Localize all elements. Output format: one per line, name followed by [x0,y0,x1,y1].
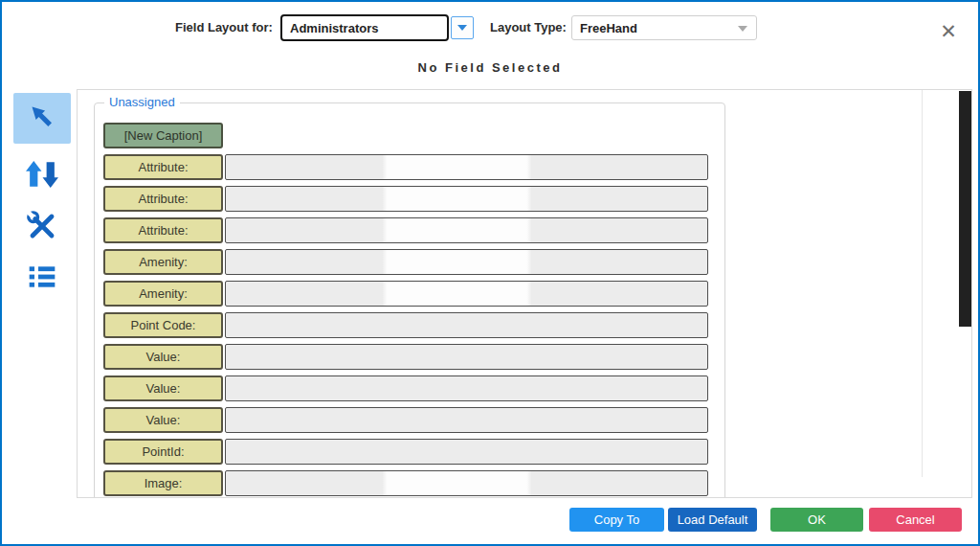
tools-tool-button[interactable] [13,205,71,249]
field-row: Value: [103,344,708,370]
field-layout-for-combobox[interactable]: Administrators [280,14,449,41]
field-row: Attribute: [103,217,708,243]
layout-type-label: Layout Type: [490,20,567,34]
canvas-right-edge [922,90,923,477]
field-row: Attribute: [103,186,708,212]
unassigned-group-label: Unassigned [104,95,180,109]
layout-type-combobox[interactable]: FreeHand [571,15,757,40]
field-caption-button[interactable]: Point Code: [103,312,223,338]
field-row: Amenity: [103,281,708,307]
layout-type-value: FreeHand [580,21,637,35]
field-placeholder-bar[interactable] [225,439,708,465]
chevron-down-icon [738,26,747,32]
cancel-button[interactable]: Cancel [869,508,962,532]
unassigned-rows: Attribute: Attribute: Attribute: Amenity… [103,154,708,498]
layout-canvas-panel: Unassigned [New Caption] Attribute: Attr… [77,89,972,498]
field-caption-button[interactable]: Image: [103,470,223,496]
ok-button[interactable]: OK [770,508,863,532]
field-placeholder-bar[interactable] [225,470,708,496]
field-layout-for-value: Administrators [290,21,378,35]
copy-to-button[interactable]: Copy To [569,508,664,532]
field-placeholder-bar[interactable] [225,217,708,243]
field-row: Value: [103,375,708,401]
no-field-selected-text: No Field Selected [2,60,978,75]
field-caption-button[interactable]: Attribute: [103,217,223,243]
field-placeholder-bar[interactable] [225,344,708,370]
select-tool-button[interactable] [13,93,71,144]
field-caption-button[interactable]: Value: [103,344,223,370]
field-placeholder-bar[interactable] [225,154,708,180]
new-caption-button[interactable]: [New Caption] [103,123,223,148]
field-placeholder-bar[interactable] [225,249,708,275]
field-caption-button[interactable]: PointId: [103,439,223,465]
field-caption-button[interactable]: Amenity: [103,281,223,307]
load-default-button[interactable]: Load Default [668,508,757,532]
close-button[interactable]: ✕ [935,18,962,45]
field-caption-button[interactable]: Amenity: [103,249,223,275]
field-row: Attribute: [103,154,708,180]
field-layout-dropdown-button[interactable] [451,16,474,39]
field-row: Amenity: [103,249,708,275]
field-placeholder-bar[interactable] [225,407,708,433]
field-row: Point Code: [103,312,708,338]
vertical-scrollbar-thumb[interactable] [959,91,971,327]
field-placeholder-bar[interactable] [225,375,708,401]
field-layout-for-label: Field Layout for: [175,20,273,34]
field-caption-button[interactable]: Attribute: [103,186,223,212]
field-layout-dialog: Field Layout for: Administrators Layout … [0,0,980,546]
list-tool-button[interactable] [13,257,71,299]
field-placeholder-bar[interactable] [225,281,708,307]
field-placeholder-bar[interactable] [225,312,708,338]
cursor-arrow-icon [29,103,56,133]
field-placeholder-bar[interactable] [225,186,708,212]
wrench-screwdriver-icon [27,211,57,244]
field-caption-button[interactable]: Value: [103,375,223,401]
list-bullets-icon [27,262,57,295]
field-row: Image: [103,470,708,496]
field-caption-button[interactable]: Value: [103,407,223,433]
up-down-arrows-icon [25,159,59,193]
field-row: Value: [103,407,708,433]
field-row: PointId: [103,439,708,465]
chevron-down-icon [457,25,467,31]
field-caption-button[interactable]: Attribute: [103,154,223,180]
reorder-tool-button[interactable] [13,153,71,197]
